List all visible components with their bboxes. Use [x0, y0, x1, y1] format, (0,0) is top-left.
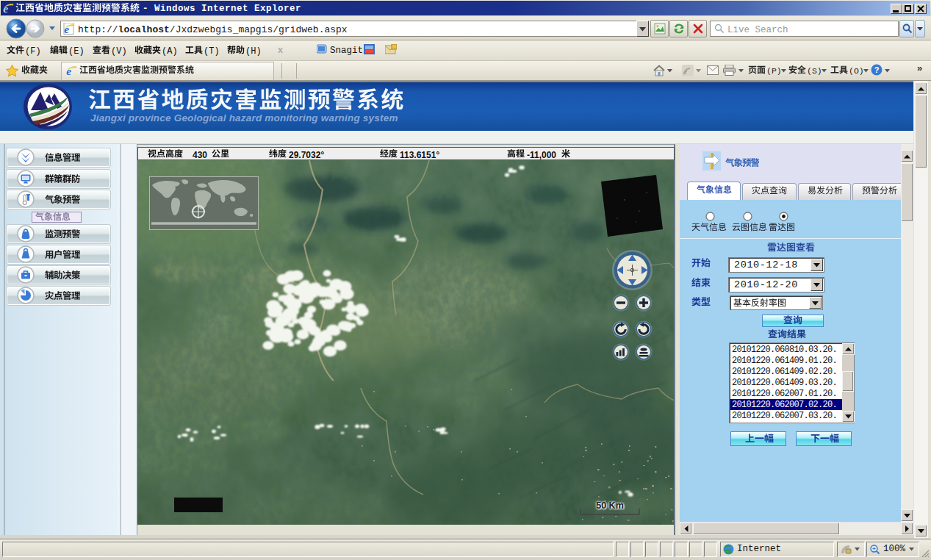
svg-text:e: e [66, 65, 71, 76]
svg-text:e: e [3, 2, 8, 14]
svg-text:e: e [64, 23, 69, 35]
svg-text:?: ? [874, 65, 880, 74]
